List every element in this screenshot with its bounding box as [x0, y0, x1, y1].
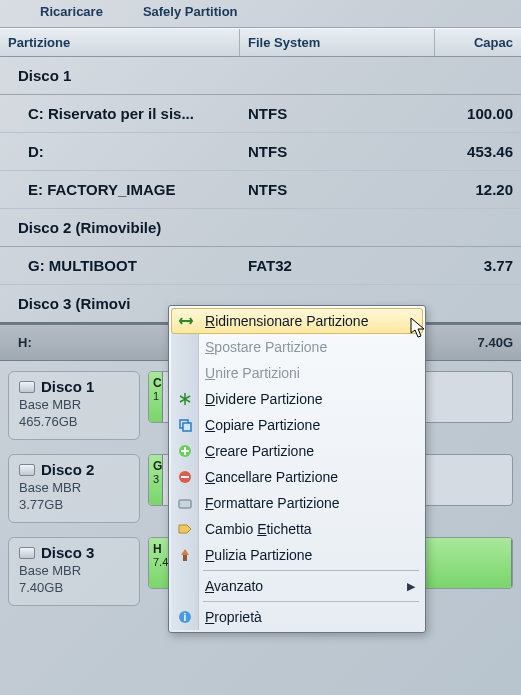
menu-label: roprietà [214, 609, 261, 625]
svg-rect-1 [183, 423, 191, 431]
disk-info[interactable]: Disco 2 Base MBR 3.77GB [8, 454, 140, 523]
menu-label: ormattare Partizione [214, 495, 340, 511]
menu-label: idimensionare Partizione [215, 313, 368, 329]
col-partition[interactable]: Partizione [0, 29, 240, 56]
bar-segment[interactable]: G 3 [149, 455, 163, 505]
disk-title: Disco 1 [41, 378, 94, 395]
label-icon [177, 521, 193, 537]
segment-letter: C [153, 376, 158, 390]
menu-move: Spostare Partizione [171, 334, 423, 360]
disk-info[interactable]: Disco 1 Base MBR 465.76GB [8, 371, 140, 440]
column-headers: Partizione File System Capac [0, 28, 521, 57]
disk-title: Disco 3 [41, 544, 94, 561]
safely-partition-button[interactable]: Safely Partition [143, 4, 238, 19]
svg-text:i: i [184, 612, 187, 623]
partition-label: C: Riservato per il sis... [0, 101, 240, 126]
svg-rect-5 [183, 555, 187, 561]
menu-create[interactable]: Creare Partizione [171, 438, 423, 464]
menu-format[interactable]: Formattare Partizione [171, 490, 423, 516]
menu-split[interactable]: Dividere Partizione [171, 386, 423, 412]
menu-label[interactable]: Cambio Etichetta [171, 516, 423, 542]
info-icon: i [177, 609, 193, 625]
disk-header[interactable]: Disco 2 (Rimovibile) [0, 209, 521, 247]
partition-row[interactable]: G: MULTIBOOT FAT32 3.77 [0, 247, 521, 285]
disk-icon [19, 464, 35, 476]
col-filesystem[interactable]: File System [240, 29, 435, 56]
segment-size: 3 [153, 473, 158, 485]
partition-cap: 3.77 [435, 253, 521, 278]
menu-label: nire Partizioni [215, 365, 300, 381]
menu-label: reare Partizione [215, 443, 314, 459]
partition-fs: NTFS [240, 101, 435, 126]
menu-label: ulizia Partizione [214, 547, 312, 563]
menu-resize[interactable]: Ridimensionare Partizione [171, 308, 423, 334]
delete-icon [177, 469, 193, 485]
disk-base: Base MBR [19, 563, 129, 578]
menu-label: ancellare Partizione [215, 469, 338, 485]
menu-label: ividere Partizione [215, 391, 322, 407]
svg-rect-4 [179, 500, 191, 508]
partition-label: D: [0, 139, 240, 164]
partition-fs: NTFS [240, 139, 435, 164]
disk-base: Base MBR [19, 397, 129, 412]
partition-fs: FAT32 [240, 253, 435, 278]
col-capacity[interactable]: Capac [435, 29, 521, 56]
partition-label: E: FACTORY_IMAGE [0, 177, 240, 202]
menu-separator [203, 570, 419, 571]
copy-icon [177, 417, 193, 433]
partition-fs: NTFS [240, 177, 435, 202]
bar-segment[interactable]: C 1 [149, 372, 163, 422]
disk-info[interactable]: Disco 3 Base MBR 7.40GB [8, 537, 140, 606]
disk-size: 465.76GB [19, 414, 129, 429]
menu-wipe[interactable]: Pulizia Partizione [171, 542, 423, 568]
segment-letter: G [153, 459, 158, 473]
create-icon [177, 443, 193, 459]
partition-cap: 12.20 [435, 177, 521, 202]
context-menu: Ridimensionare Partizione Spostare Parti… [168, 305, 426, 633]
menu-label: postare Partizione [214, 339, 327, 355]
partition-cap: 453.46 [435, 139, 521, 164]
disk-icon [19, 381, 35, 393]
menu-merge: Unire Partizioni [171, 360, 423, 386]
menu-separator [203, 601, 419, 602]
partition-row[interactable]: E: FACTORY_IMAGE NTFS 12.20 [0, 171, 521, 209]
disk-icon [19, 547, 35, 559]
toolbar: Ricaricare Safely Partition [0, 0, 521, 28]
reload-button[interactable]: Ricaricare [40, 4, 103, 19]
partition-row[interactable]: C: Riservato per il sis... NTFS 100.00 [0, 95, 521, 133]
segment-size: 1 [153, 390, 158, 402]
menu-copy[interactable]: Copiare Partizione [171, 412, 423, 438]
resize-icon [178, 313, 194, 329]
disk-base: Base MBR [19, 480, 129, 495]
partition-cap: 100.00 [435, 101, 521, 126]
menu-advanced[interactable]: Avanzato ▶ [171, 573, 423, 599]
menu-label-text: tichetta [266, 521, 311, 537]
wipe-icon [177, 547, 193, 563]
split-icon [177, 391, 193, 407]
menu-label: vanzato [214, 578, 263, 594]
submenu-arrow-icon: ▶ [407, 580, 415, 593]
partition-row[interactable]: D: NTFS 453.46 [0, 133, 521, 171]
menu-label: opiare Partizione [215, 417, 320, 433]
disk-title: Disco 2 [41, 461, 94, 478]
partition-label: G: MULTIBOOT [0, 253, 240, 278]
disk-size: 7.40GB [19, 580, 129, 595]
disk-size: 3.77GB [19, 497, 129, 512]
format-icon [177, 495, 193, 511]
disk-header[interactable]: Disco 1 [0, 57, 521, 95]
menu-properties[interactable]: i Proprietà [171, 604, 423, 630]
menu-delete[interactable]: Cancellare Partizione [171, 464, 423, 490]
